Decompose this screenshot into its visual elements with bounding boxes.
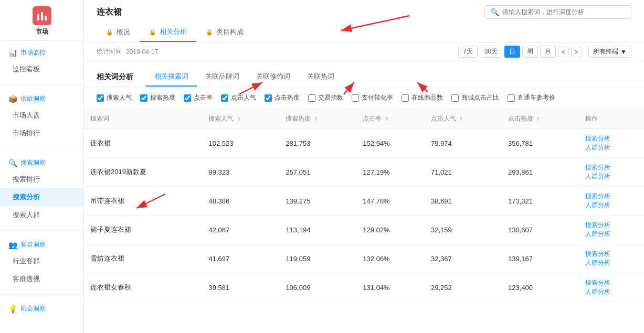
sidebar-section-search-title[interactable]: 🔍 搜索洞察 [0,155,83,170]
action-crowd-analysis-3[interactable]: 人群分析 [585,230,638,239]
sidebar-item-market-overview[interactable]: 市场大盘 [0,106,83,124]
sidebar-section-market-monitor[interactable]: 📊 市场监控 [0,45,83,60]
cell-actions-4: 搜索分析 人群分析 [579,244,644,273]
sidebar-divider-4 [0,294,83,295]
cell-click-pop-2: 38,691 [425,187,502,216]
col-search-heat[interactable]: 搜索热度 ⬆ [279,109,356,129]
action-crowd-analysis-5[interactable]: 人群分析 [585,287,638,296]
sort-icon-search-heat: ⬆ [314,116,318,122]
search-input[interactable] [502,8,626,16]
sidebar-top: 市场 [0,0,83,41]
checkbox-trade-index-input[interactable] [308,94,315,102]
sidebar: 市场 📊 市场监控 监控看板 📦 供给洞察 市场大盘 市场排行 🔍 搜索洞察 搜… [0,0,84,333]
search-icon: 🔍 [490,8,499,16]
date-btn-7d[interactable]: 7天 [458,46,478,58]
action-search-analysis-3[interactable]: 搜索分析 [585,221,638,230]
search-box[interactable]: 🔍 [484,5,631,19]
checkbox-search-heat[interactable]: 搜索热度 [140,93,175,102]
cell-ctr-0: 152.94% [356,129,425,158]
checkbox-click-heat[interactable]: 点击热度 [265,93,300,102]
table-row: 连衣裙2019新款夏 89,323 257,051 127.19% 71,021… [84,158,644,187]
tab-category[interactable]: 🔒 类目构成 [196,23,253,42]
sidebar-section-opportunity-title[interactable]: 💡 机会洞察 [0,301,83,316]
action-search-analysis-5[interactable]: 搜索分析 [585,278,638,287]
action-search-analysis-0[interactable]: 搜索分析 [585,134,638,143]
date-btn-month[interactable]: 月 [540,46,556,58]
table-body: 连衣裙 102,523 281,753 152.94% 79,974 356,7… [84,129,644,302]
action-crowd-analysis-0[interactable]: 人群分析 [585,143,638,152]
tab-related[interactable]: 🔒 相关分析 [140,23,196,42]
action-search-analysis-1[interactable]: 搜索分析 [585,163,638,172]
checkbox-click-heat-input[interactable] [265,94,272,102]
cell-keyword-2: 吊带连衣裙 [84,187,202,216]
page-title-row: 连衣裙 🔍 [97,0,631,19]
sidebar-item-industry-crowd[interactable]: 行业客群 [0,252,83,270]
action-crowd-analysis-2[interactable]: 人群分析 [585,201,638,210]
col-search-pop[interactable]: 搜索人气 ⬆ [202,109,279,129]
sub-tab-related-search[interactable]: 相关搜索词 [146,68,197,87]
checkbox-through-train-input[interactable] [508,94,515,102]
col-click-heat[interactable]: 点击热度 ⬆ [502,109,579,129]
cell-click-pop-1: 71,021 [425,158,502,187]
tab-overview[interactable]: 🔒 概况 [97,23,140,42]
checkbox-search-pop-input[interactable] [97,94,104,102]
checkbox-pay-rate-input[interactable] [352,94,359,102]
action-crowd-analysis-4[interactable]: 人群分析 [585,259,638,267]
checkbox-through-train[interactable]: 直通车参考价 [508,93,555,102]
sub-tab-hot-words[interactable]: 关联热词 [299,68,343,87]
action-search-analysis-4[interactable]: 搜索分析 [585,250,638,259]
sidebar-item-search-analysis[interactable]: 搜索分析 [0,188,83,206]
terminal-select[interactable]: 所有终端 ▼ [588,46,631,58]
stats-bar: 统计时间 2019-04-17 7天 30天 日 周 月 < > 所有终端 ▼ [84,42,644,61]
sidebar-section-supply-title[interactable]: 📦 供给洞察 [0,91,83,106]
date-btn-week[interactable]: 周 [522,46,538,58]
date-next-btn[interactable]: > [571,47,582,57]
action-search-analysis-2[interactable]: 搜索分析 [585,192,638,201]
col-ctr[interactable]: 点击率 ⬆ [356,109,425,129]
checkbox-mall-click[interactable]: 商城点击占比 [451,93,499,102]
sort-icon-click-heat: ⬆ [536,116,540,122]
date-btn-day[interactable]: 日 [504,46,520,58]
checkbox-mall-click-input[interactable] [451,94,459,102]
cell-ctr-3: 129.02% [356,216,425,244]
col-click-pop[interactable]: 点击人气 ⬆ [425,109,502,129]
sidebar-item-market-rank[interactable]: 市场排行 [0,124,83,142]
checkboxes-row: 搜索人气 搜索热度 点击率 点击人气 点击热度 [84,87,644,109]
date-prev-btn[interactable]: < [558,47,569,57]
sub-tab-modifier-words[interactable]: 关联修饰词 [248,68,299,87]
table-header-row: 搜索词 搜索人气 ⬆ 搜索热度 ⬆ 点击率 [84,109,644,129]
checkbox-click-pop[interactable]: 点击人气 [221,93,256,102]
sidebar-item-search-rank[interactable]: 搜索排行 [0,170,83,188]
cell-click-pop-3: 32,159 [425,216,502,244]
checkbox-search-heat-input[interactable] [140,94,147,102]
checkbox-online-count-input[interactable] [402,94,409,102]
checkbox-ctr-input[interactable] [184,94,191,102]
sidebar-item-monitor-board[interactable]: 监控看板 [0,60,83,78]
cell-click-pop-4: 32,367 [425,244,502,273]
cell-actions-0: 搜索分析 人群分析 [579,129,644,158]
search-section-icon: 🔍 [8,159,17,167]
cell-click-pop-0: 79,974 [425,129,502,158]
sidebar-item-crowd-insight[interactable]: 客群透视 [0,270,83,288]
cell-keyword-0: 连衣裙 [84,129,202,158]
checkbox-ctr[interactable]: 点击率 [184,93,213,102]
cell-actions-2: 搜索分析 人群分析 [579,187,644,216]
svg-rect-1 [41,12,43,20]
date-btn-30d[interactable]: 30天 [480,46,502,58]
sidebar-item-search-crowd[interactable]: 搜索人群 [0,206,83,224]
cell-actions-1: 搜索分析 人群分析 [579,158,644,187]
action-crowd-analysis-1[interactable]: 人群分析 [585,172,638,181]
sidebar-section-customer-title[interactable]: 👥 客群洞察 [0,237,83,252]
stats-date: 2019-04-17 [126,48,158,56]
cell-click-heat-4: 139,167 [502,244,579,273]
checkbox-search-pop[interactable]: 搜索人气 [97,93,132,102]
svg-rect-2 [45,16,47,20]
checkbox-pay-rate[interactable]: 支付转化率 [352,93,393,102]
cell-click-pop-5: 29,252 [425,273,502,302]
sub-tab-brand-words[interactable]: 关联品牌词 [197,68,248,87]
terminal-label: 所有终端 [593,47,618,56]
checkbox-trade-index[interactable]: 交易指数 [308,93,343,102]
checkbox-online-count[interactable]: 在线商品数 [402,93,443,102]
cell-search-heat-3: 113,194 [279,216,356,244]
checkbox-click-pop-input[interactable] [221,94,228,102]
